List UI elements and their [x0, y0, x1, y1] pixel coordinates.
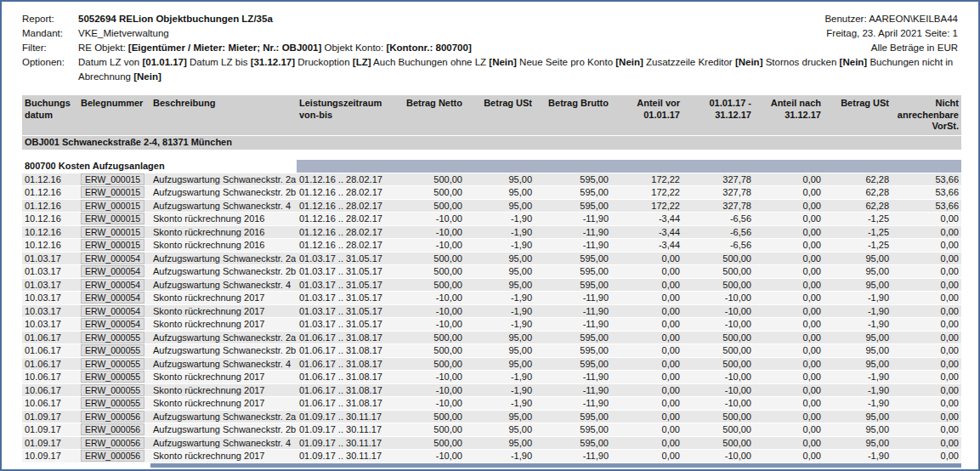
document-no-link[interactable]: ERW_000056	[81, 423, 144, 435]
cell-buchungsdatum: 01.06.17	[22, 331, 78, 344]
optionen-line: Optionen: Datum LZ von [01.01.17] Datum …	[22, 55, 958, 84]
cell-belegnummer: ERW_000054	[78, 318, 150, 332]
cell-belegnummer: ERW_000054	[78, 304, 150, 318]
cell-betrag-ust: 95,00	[465, 265, 535, 279]
document-no-link[interactable]: ERW_000054	[81, 292, 144, 304]
cell-leistungszeitraum: 01.03.17 .. 31.05.17	[297, 318, 397, 332]
cell-betrag-netto: -10,00	[397, 225, 465, 239]
cell-beschreibung: Skonto rückrechnung 2017	[150, 304, 297, 318]
cell-zeitraum-betrag: 327,78	[683, 186, 754, 200]
document-no-link[interactable]: ERW_000054	[81, 305, 144, 317]
document-no-link[interactable]: ERW_000056	[81, 437, 144, 449]
cell-betrag-ust-2: -1,90	[824, 304, 892, 318]
cell-betrag-netto: 500,00	[397, 199, 465, 213]
cell-betrag-netto: -10,00	[397, 371, 465, 384]
cell-belegnummer: ERW_000056	[78, 436, 150, 450]
cell-betrag-ust: 95,00	[465, 252, 535, 265]
document-no-link[interactable]: ERW_000015	[81, 200, 144, 212]
text-segment: [Kontonr.: 800700]	[386, 43, 471, 53]
cell-betrag-netto: -10,00	[397, 304, 465, 318]
document-no-link[interactable]: ERW_000055	[81, 358, 144, 370]
cell-anteil-nach: 0,00	[754, 304, 824, 318]
document-no-link[interactable]: ERW_000055	[81, 397, 144, 409]
cell-leistungszeitraum: 01.03.17 .. 31.05.17	[297, 265, 397, 279]
document-no-link[interactable]: ERW_000054	[81, 279, 144, 291]
currency-note: Alle Beträge in EUR	[824, 41, 958, 55]
cell-nicht-anrechenbare-vorst: 0,00	[892, 265, 961, 279]
document-no-link[interactable]: ERW_000055	[81, 384, 144, 396]
cell-anteil-vor: 0,00	[611, 331, 683, 344]
cell-belegnummer: ERW_000055	[78, 344, 150, 358]
cell-anteil-vor: 0,00	[611, 344, 683, 358]
cell-anteil-nach: 0,00	[754, 371, 824, 384]
cell-betrag-ust: 95,00	[465, 410, 535, 423]
cell-beschreibung: Skonto rückrechnung 2016	[150, 239, 297, 253]
text-segment: Druckoption	[295, 57, 353, 67]
cell-betrag-brutto: 595,00	[535, 344, 611, 358]
cell-leistungszeitraum: 01.12.16 .. 28.02.17	[297, 199, 397, 213]
cell-belegnummer: ERW_000055	[78, 371, 150, 384]
cell-anteil-vor: 0,00	[611, 357, 683, 371]
bookings-table: BuchungsdatumBelegnummerBeschreibungLeis…	[22, 95, 961, 468]
cell-belegnummer: ERW_000054	[78, 292, 150, 305]
cell-leistungszeitraum: 01.12.16 .. 28.02.17	[297, 225, 397, 239]
booking-row: 10.12.16ERW_000015Skonto rückrechnung 20…	[22, 213, 961, 226]
booking-row: 01.09.17ERW_000056Aufzugswartung Schwane…	[22, 423, 961, 437]
cell-anteil-nach: 0,00	[754, 423, 824, 437]
cell-betrag-brutto: -11,90	[535, 213, 611, 226]
cell-anteil-nach: 0,00	[754, 265, 824, 279]
document-no-link[interactable]: ERW_000015	[81, 213, 144, 224]
cell-belegnummer: ERW_000055	[78, 331, 150, 344]
cell-buchungsdatum: 01.03.17	[22, 278, 78, 292]
document-no-link[interactable]: ERW_000054	[81, 253, 144, 264]
cell-nicht-anrechenbare-vorst: 0,00	[892, 304, 961, 318]
cell-leistungszeitraum: 01.12.16 .. 28.02.17	[297, 213, 397, 226]
document-no-link[interactable]: ERW_000054	[81, 265, 144, 277]
cell-betrag-brutto: 595,00	[535, 186, 611, 200]
cell-belegnummer: ERW_000054	[78, 278, 150, 292]
report-line: Report: 5052694 RELion Objektbuchungen L…	[22, 12, 958, 26]
booking-row: 01.06.17ERW_000055Aufzugswartung Schwane…	[22, 357, 961, 371]
text-segment: [Nein]	[735, 57, 763, 67]
totals-row-spacer	[22, 462, 150, 468]
cell-buchungsdatum: 01.12.16	[22, 186, 78, 200]
cell-betrag-brutto: 595,00	[535, 436, 611, 450]
cell-nicht-anrechenbare-vorst: 0,00	[892, 423, 961, 437]
cell-betrag-netto: -10,00	[397, 383, 465, 397]
cell-nicht-anrechenbare-vorst: 0,00	[892, 318, 961, 332]
document-no-link[interactable]: ERW_000056	[81, 411, 144, 423]
text-segment: [LZ]	[353, 57, 371, 67]
cell-betrag-ust: -1,90	[465, 450, 535, 463]
booking-row: 01.06.17ERW_000055Aufzugswartung Schwane…	[22, 331, 961, 344]
cell-betrag-netto: -10,00	[397, 318, 465, 332]
document-no-link[interactable]: ERW_000055	[81, 332, 144, 343]
cell-belegnummer: ERW_000054	[78, 252, 150, 265]
cell-anteil-nach: 0,00	[754, 213, 824, 226]
cell-buchungsdatum: 10.03.17	[22, 304, 78, 318]
totals-row-partial	[22, 462, 961, 468]
cell-nicht-anrechenbare-vorst: 0,00	[892, 357, 961, 371]
document-no-link[interactable]: ERW_000054	[81, 318, 144, 330]
table-body: OBJ001 Schwaneckstraße 2-4, 81371 Münche…	[22, 135, 961, 468]
column-header-belegnummer: Belegnummer	[78, 95, 150, 135]
cell-zeitraum-betrag: 500,00	[683, 331, 754, 344]
cell-anteil-vor: 172,22	[611, 173, 683, 186]
booking-row: 01.06.17ERW_000055Aufzugswartung Schwane…	[22, 344, 961, 358]
document-no-link[interactable]: ERW_000015	[81, 186, 144, 198]
cell-anteil-nach: 0,00	[754, 278, 824, 292]
cell-leistungszeitraum: 01.06.17 .. 31.08.17	[297, 331, 397, 344]
text-segment: Neue Seite pro Konto	[517, 57, 615, 67]
cell-leistungszeitraum: 01.06.17 .. 31.08.17	[297, 397, 397, 411]
cell-anteil-vor: 0,00	[611, 383, 683, 397]
document-no-link[interactable]: ERW_000015	[81, 226, 144, 238]
cell-buchungsdatum: 01.06.17	[22, 344, 78, 358]
text-segment: Stornos drucken	[762, 57, 839, 67]
cell-betrag-ust-2: 95,00	[824, 357, 892, 371]
document-no-link[interactable]: ERW_000056	[81, 450, 144, 462]
document-no-link[interactable]: ERW_000055	[81, 344, 144, 356]
cell-betrag-netto: 500,00	[397, 278, 465, 292]
document-no-link[interactable]: ERW_000015	[81, 239, 144, 251]
document-no-link[interactable]: ERW_000055	[81, 371, 144, 383]
document-no-link[interactable]: ERW_000015	[81, 173, 144, 185]
account-group-row: 800700 Kosten Aufzugsanlagen	[22, 159, 961, 173]
